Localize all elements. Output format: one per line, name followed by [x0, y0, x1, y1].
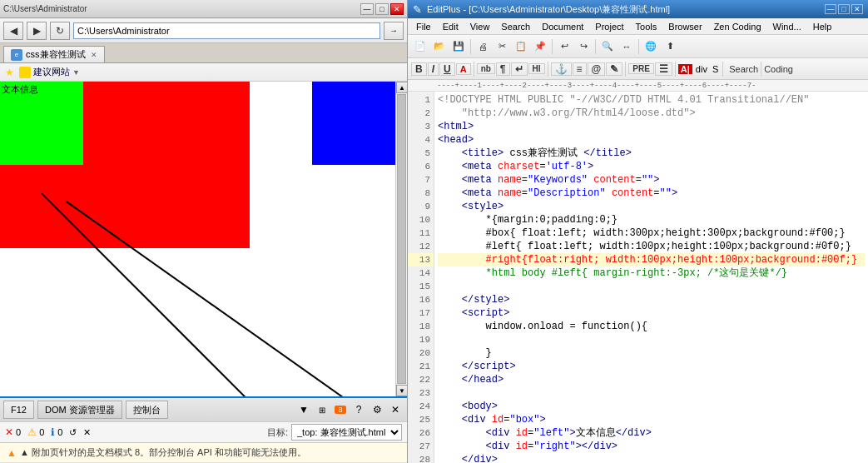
scroll-thumb[interactable] — [397, 94, 406, 384]
forward-button[interactable]: ▶ — [27, 22, 47, 40]
tab-close-button[interactable]: ✕ — [91, 51, 97, 59]
tb2-tab-button[interactable]: ↵ — [511, 62, 528, 76]
menu-edit[interactable]: Edit — [438, 21, 464, 32]
devtools-help-icon[interactable]: ? — [350, 401, 367, 418]
go-button[interactable]: → — [384, 22, 404, 40]
favorites-item[interactable]: 建议网站 ▼ — [19, 66, 80, 78]
line-num-15: 15 — [408, 280, 434, 293]
tb-copy-button[interactable]: 📋 — [512, 37, 530, 56]
menu-tools[interactable]: Tools — [631, 21, 662, 32]
editor-toolbar1: 📄 📂 💾 🖨 ✂ 📋 📌 ↩ ↪ 🔍 ↔ 🌐 ⬆ — [408, 35, 868, 58]
tb-cut-button[interactable]: ✂ — [493, 37, 511, 56]
menu-browser[interactable]: Browser — [663, 21, 707, 32]
menu-file[interactable]: File — [411, 21, 436, 32]
scroll-down-arrow[interactable]: ▼ — [396, 385, 407, 396]
console-info-button[interactable]: ℹ 0 — [51, 426, 62, 438]
tb-undo-button[interactable]: ↩ — [555, 37, 573, 56]
tb2-separator-1 — [474, 62, 474, 77]
line-num-25: 25 — [408, 413, 434, 426]
code-line-11: #box{ float:left; width:300px;height:300… — [438, 227, 865, 240]
console-refresh-button[interactable]: ↺ — [69, 427, 77, 438]
code-line-5: <title> css兼容性测试 </title> — [438, 147, 865, 160]
line-num-19: 19 — [408, 333, 434, 346]
tb2-pre-button[interactable]: PRE — [628, 63, 654, 74]
editor-app-icon: ✎ — [413, 3, 422, 16]
tb2-at-button[interactable]: @ — [588, 62, 606, 76]
devtools-close-icon[interactable]: ✕ — [387, 401, 404, 418]
tb2-nb-button[interactable]: nb — [477, 63, 495, 74]
line-num-1: 1 — [408, 93, 434, 107]
line-numbers: 1 2 3 4 5 6 7 8 9 10 11 12 13 14 15 16 1… — [408, 92, 434, 463]
code-content[interactable]: <!DOCTYPE HTML PUBLIC "-//W3C//DTD HTML … — [434, 92, 868, 463]
target-select[interactable]: _top: 兼容性测试.html — [291, 424, 402, 441]
tb2-nbsp-button[interactable]: ¶ — [496, 62, 510, 76]
tb-open-button[interactable]: 📂 — [430, 37, 449, 56]
devtools-settings-icon[interactable]: ⚙ — [369, 401, 385, 418]
address-input[interactable] — [73, 22, 380, 39]
tb2-underline-button[interactable]: U — [439, 62, 455, 76]
tb-paste-button[interactable]: 📌 — [531, 37, 549, 56]
console-clear-button[interactable]: ✕ — [83, 427, 91, 438]
code-line-7: <meta name="Keywords" content=""> — [438, 173, 865, 187]
devtools-dom-button[interactable]: DOM 资源管理器 — [37, 401, 122, 419]
tb2-bold-button[interactable]: B — [411, 62, 427, 76]
tb2-align-button[interactable]: ≡ — [573, 62, 587, 76]
tb-ftp-button[interactable]: ⬆ — [661, 37, 679, 56]
console-warn-button[interactable]: ⚠ 0 — [27, 426, 44, 438]
browser-maximize-button[interactable]: □ — [375, 3, 389, 15]
line-num-5: 5 — [408, 147, 434, 160]
browser-path: C:\Users\Administrator — [3, 4, 87, 13]
menu-zen-coding[interactable]: Zen Coding — [709, 21, 766, 32]
devtools-f12-button[interactable]: F12 — [3, 401, 34, 419]
browser-scrollbar[interactable]: ▲ ▼ — [395, 82, 407, 396]
code-line-2: "http://www.w3.org/TR/html4/loose.dtd"> — [438, 107, 865, 120]
menu-help[interactable]: Help — [808, 21, 837, 32]
tb-new-button[interactable]: 📄 — [411, 37, 429, 56]
browser-panel: C:\Users\Administrator — □ ✕ ◀ ▶ ↻ → e c… — [0, 0, 408, 463]
tb-replace-button[interactable]: ↔ — [618, 37, 636, 56]
menu-view[interactable]: View — [465, 21, 495, 32]
tb-browser-button[interactable]: 🌐 — [642, 37, 660, 56]
favorites-arrow-icon: ▼ — [72, 68, 80, 77]
tb2-list-button[interactable]: ☰ — [655, 62, 672, 76]
editor-close-button[interactable]: ✕ — [851, 4, 863, 14]
tb2-hi-button[interactable]: HI — [528, 63, 545, 74]
code-line-15 — [438, 280, 865, 293]
browser-close-button[interactable]: ✕ — [390, 3, 404, 15]
browser-tab[interactable]: e css兼容性测试 ✕ — [3, 46, 105, 62]
code-line-23 — [438, 386, 865, 400]
menu-search[interactable]: Search — [496, 21, 535, 32]
tb-redo-button[interactable]: ↪ — [574, 37, 593, 56]
code-area[interactable]: 1 2 3 4 5 6 7 8 9 10 11 12 13 14 15 16 1… — [408, 92, 868, 463]
line-num-16: 16 — [408, 293, 434, 306]
code-line-26: <div id="left">文本信息</div> — [438, 426, 865, 440]
menu-project[interactable]: Project — [590, 21, 628, 32]
console-bar: ✕ 0 ⚠ 0 ℹ 0 ↺ ✕ 目标: _top: 兼容性测试.html — [0, 421, 407, 443]
devtools-console-button[interactable]: 控制台 — [126, 401, 168, 419]
tb-save-button[interactable]: 💾 — [449, 37, 468, 56]
devtools-grid-icon[interactable]: ⊞ — [314, 401, 330, 418]
tb2-a-button[interactable]: A| — [678, 64, 692, 74]
favorites-icon — [19, 67, 31, 78]
tb2-italic-button[interactable]: I — [428, 62, 439, 76]
menu-window[interactable]: Wind... — [768, 21, 806, 32]
tb2-edit-button[interactable]: ✎ — [606, 62, 622, 76]
console-error-button[interactable]: ✕ 0 — [5, 426, 21, 438]
editor-ruler: ----+----1----+----2----+----3----+----4… — [408, 80, 868, 92]
tb-print-button[interactable]: 🖨 — [474, 37, 492, 56]
devtools-filter-icon[interactable]: ▼ — [295, 401, 312, 418]
tb2-anchor-button[interactable]: ⚓ — [551, 62, 572, 76]
refresh-button[interactable]: ↻ — [50, 22, 70, 40]
tb2-color-button[interactable]: A — [456, 63, 471, 75]
line-num-14: 14 — [408, 266, 434, 280]
tb-separator-1 — [470, 39, 471, 54]
line-num-6: 6 — [408, 160, 434, 173]
tb-find-button[interactable]: 🔍 — [598, 37, 617, 56]
back-button[interactable]: ◀ — [3, 22, 23, 40]
tab-favicon: e — [11, 49, 22, 61]
menu-document[interactable]: Document — [537, 21, 588, 32]
browser-minimize-button[interactable]: — — [360, 3, 374, 15]
editor-maximize-button[interactable]: □ — [838, 4, 850, 14]
editor-minimize-button[interactable]: — — [825, 4, 836, 14]
scroll-up-arrow[interactable]: ▲ — [396, 82, 407, 93]
